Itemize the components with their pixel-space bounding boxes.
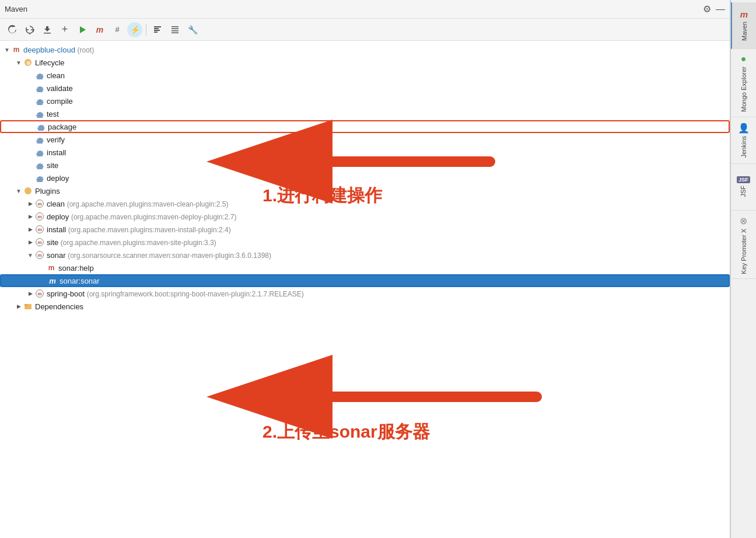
svg-rect-4: [154, 32, 158, 33]
mongo-tab-icon: ●: [741, 54, 747, 64]
site-label: site: [47, 161, 730, 170]
plugin-site-expand: ▶: [26, 237, 35, 247]
title-icons: ⚙ —: [703, 4, 725, 15]
key-promoter-tab-icon: ⊗: [740, 215, 747, 226]
add-button[interactable]: +: [57, 22, 72, 37]
plugin-clean[interactable]: ▶ m clean (org.apache.maven.plugins:mave…: [0, 197, 730, 210]
sidebar-tab-maven[interactable]: m Maven: [731, 2, 757, 49]
lifecycle-test[interactable]: test: [0, 107, 730, 120]
svg-marker-0: [80, 26, 86, 33]
tree-root-item[interactable]: ▼ m deepblue-cloud (root): [0, 43, 730, 56]
svg-rect-8: [172, 32, 178, 33]
sidebar-tab-mongo[interactable]: ● Mongo Explorer: [731, 49, 757, 117]
svg-rect-7: [172, 30, 178, 32]
maven-tab-icon: m: [740, 9, 748, 19]
lifecycle-package[interactable]: package: [0, 120, 730, 133]
svg-rect-1: [154, 26, 161, 27]
refresh-button[interactable]: [5, 22, 20, 37]
download-button[interactable]: [40, 22, 55, 37]
wrench-button[interactable]: 🔧: [185, 22, 200, 37]
svg-rect-6: [172, 28, 178, 29]
plugin-deploy-expand: ▶: [26, 212, 35, 221]
jenkins-tab-label: Jenkins: [740, 136, 747, 158]
lifecycle-expand-icon: ▼: [14, 58, 23, 67]
plugin-sonar-label: sonar (org.sonarsource.scanner.maven:son…: [47, 251, 730, 260]
refresh-all-button[interactable]: [22, 22, 37, 37]
settings-icon[interactable]: ⚙: [703, 4, 711, 15]
package-gear-icon: [36, 122, 46, 131]
deploy-gear-icon: [35, 173, 44, 183]
plugin-clean-label: clean (org.apache.maven.plugins:maven-cl…: [47, 200, 730, 208]
plugin-spring-boot-icon: m: [35, 289, 44, 298]
title-bar: Maven ⚙ —: [0, 0, 730, 19]
svg-rect-5: [172, 26, 178, 27]
run-button[interactable]: [75, 22, 90, 37]
sidebar-tab-jsf[interactable]: JSF JSF: [731, 164, 757, 211]
lifecycle-verify[interactable]: verify: [0, 133, 730, 146]
lifecycle-clean[interactable]: clean: [0, 69, 730, 82]
deploy-label: deploy: [47, 174, 730, 183]
plugins-folder-icon: [23, 186, 33, 195]
lifecycle-site[interactable]: site: [0, 159, 730, 172]
jsf-tab-label: JSF: [740, 186, 747, 197]
site-gear-icon: [35, 160, 44, 170]
lifecycle-header[interactable]: ▼ ⚙ Lifecycle: [0, 56, 730, 69]
test-gear-icon: [35, 109, 44, 118]
plugin-clean-icon: m: [35, 199, 44, 208]
lifecycle-install[interactable]: install: [0, 146, 730, 159]
install-gear-icon: [35, 148, 44, 157]
plugins-expand-icon: ▼: [14, 186, 23, 195]
jsf-tab-badge: JSF: [737, 176, 750, 183]
maven-button[interactable]: m: [92, 22, 107, 37]
lifecycle-compile[interactable]: compile: [0, 95, 730, 107]
svg-text:⚙: ⚙: [26, 61, 30, 66]
lifecycle-deploy[interactable]: deploy: [0, 172, 730, 184]
sidebar-tab-key-promoter[interactable]: ⊗ Key Promoter X: [731, 211, 757, 280]
jenkins-tab-icon: 👤: [738, 123, 750, 134]
minimize-icon[interactable]: —: [716, 4, 725, 15]
lightning-button[interactable]: ⚡: [127, 22, 142, 37]
svg-rect-13: [24, 304, 27, 306]
root-label: deepblue-cloud (root): [23, 46, 730, 54]
plugin-spring-boot-label: spring-boot (org.springframework.boot:sp…: [47, 289, 730, 298]
collapse-button[interactable]: [167, 22, 183, 37]
tree-up-button[interactable]: [150, 22, 165, 37]
plugin-site[interactable]: ▶ m site (org.apache.maven.plugins:maven…: [0, 236, 730, 249]
dependencies-label: Dependencies: [35, 302, 730, 311]
plugin-install[interactable]: ▶ m install (org.apache.maven.plugins:ma…: [0, 223, 730, 236]
sonar-help[interactable]: m sonar:help: [0, 261, 730, 274]
lifecycle-folder-icon: ⚙: [23, 58, 33, 67]
verify-label: verify: [47, 135, 730, 144]
plugin-site-icon: m: [35, 237, 44, 247]
sonar-sonar-label: sonar:sonar: [60, 277, 729, 285]
toggle-button[interactable]: #: [110, 22, 125, 37]
plugin-install-label: install (org.apache.maven.plugins:maven-…: [47, 225, 730, 234]
plugin-spring-boot-expand: ▶: [26, 289, 35, 298]
dependencies-header[interactable]: ▶ Dependencies: [0, 300, 730, 313]
plugin-spring-boot[interactable]: ▶ m spring-boot (org.springframework.boo…: [0, 287, 730, 300]
svg-text:2.上传至sonar服务器: 2.上传至sonar服务器: [262, 422, 430, 441]
svg-rect-2: [154, 28, 159, 29]
clean-no-expand: [26, 71, 35, 80]
package-label: package: [48, 123, 729, 131]
sonar-help-icon: m: [47, 263, 56, 273]
toolbar-sep1: [146, 24, 146, 36]
key-promoter-tab-label: Key Promoter X: [740, 229, 747, 274]
panel-title: Maven: [5, 5, 27, 13]
plugin-deploy[interactable]: ▶ m deploy (org.apache.maven.plugins:mav…: [0, 210, 730, 223]
plugin-sonar[interactable]: ▼ m sonar (org.sonarsource.scanner.maven…: [0, 249, 730, 261]
plugin-site-label: site (org.apache.maven.plugins:maven-sit…: [47, 238, 730, 247]
right-sidebar: m Maven ● Mongo Explorer 👤 Jenkins JSF J…: [730, 0, 756, 538]
sonar-sonar[interactable]: m sonar:sonar: [0, 274, 730, 287]
compile-gear-icon: [35, 96, 44, 106]
validate-gear-icon: [35, 83, 44, 93]
sonar-sonar-icon: m: [48, 276, 57, 285]
sidebar-tab-jenkins[interactable]: 👤 Jenkins: [731, 117, 757, 164]
plugins-header[interactable]: ▼ Plugins: [0, 184, 730, 197]
lifecycle-validate[interactable]: validate: [0, 82, 730, 95]
svg-point-11: [24, 187, 32, 194]
plugin-clean-expand: ▶: [26, 199, 35, 208]
toolbar: + m # ⚡ 🔧: [0, 19, 730, 41]
plugin-sonar-expand: ▼: [26, 250, 35, 260]
install-label: install: [47, 148, 730, 157]
